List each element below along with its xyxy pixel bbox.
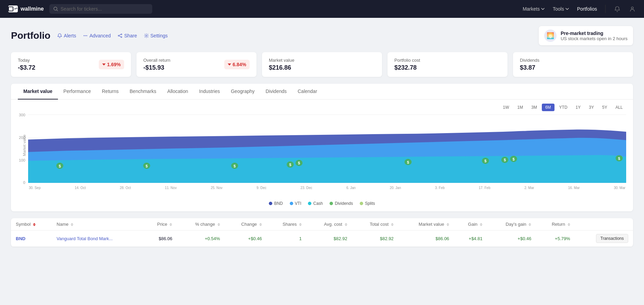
sort-down-icon [71,225,73,226]
x-label: 3. Feb [435,186,444,190]
stat-label: Today [18,58,35,63]
legend-splits: Splits [360,201,375,206]
stat-label: Overall return [143,58,170,63]
stat-badge-today: 1.69% [99,60,124,69]
stat-card-market-value: Market value $216.86 [262,52,382,77]
logo[interactable]: wallmine [8,5,44,12]
sort-down-icon [169,225,172,226]
premarket-banner: 🌅 Pre-market trading US stock markets op… [539,26,633,45]
col-name[interactable]: Name [52,218,143,231]
cell-return: +5.79% [536,231,575,247]
sort-up-icon [33,223,36,224]
tab-dividends[interactable]: Dividends [260,84,292,99]
x-label: 25. Nov [211,186,222,190]
chart-svg-wrap: 300 200 100 0 $ $ $ [28,115,626,183]
chevron-down-icon [541,8,545,10]
time-btn-3y[interactable]: 3Y [585,104,597,111]
tab-returns[interactable]: Returns [96,84,124,99]
sort-down-icon [33,225,36,226]
x-label: 2. Mar [524,186,534,190]
search-bar[interactable] [49,4,152,14]
page-content: Portfolio Alerts Advanced Share Settings… [0,18,644,255]
sort-up-icon [259,223,262,224]
share-link[interactable]: Share [118,33,137,38]
x-label: 17. Feb [479,186,490,190]
data-table-panel: Symbol Name Price [11,218,633,247]
svg-point-9 [146,35,147,36]
stat-card-dividends: Dividends $3.87 [513,52,633,77]
cell-market-value: $86.06 [398,231,454,247]
col-days-gain[interactable]: Day's gain [487,218,536,231]
bell-icon[interactable] [614,5,621,12]
tab-calendar[interactable]: Calendar [292,84,323,99]
tab-industries[interactable]: Industries [194,84,226,99]
svg-text:200: 200 [19,136,25,140]
arrow-down-icon [228,63,231,66]
stat-cards: Today -$3.72 1.69% Overall return -$15.9… [11,52,633,77]
sort-up-icon [391,223,394,224]
x-label: 16. Mar [568,186,580,190]
logo-icon [8,5,18,12]
time-btn-ytd[interactable]: YTD [556,104,571,111]
legend-dot [330,202,333,205]
time-btn-3m[interactable]: 3M [528,104,540,111]
advanced-link[interactable]: Advanced [83,33,111,38]
ticker-link[interactable]: BND [16,236,25,241]
search-input[interactable] [61,6,148,12]
cell-name: Vanguard Total Bond Mark... [52,231,143,247]
time-btn-1m[interactable]: 1M [514,104,527,111]
tab-performance[interactable]: Performance [58,84,96,99]
time-btn-5y[interactable]: 5Y [599,104,611,111]
col-total-cost[interactable]: Total cost [352,218,398,231]
svg-text:$: $ [234,164,236,168]
stat-label: Dividends [520,58,539,63]
col-return[interactable]: Return [536,218,575,231]
settings-link[interactable]: Settings [144,33,168,38]
area-chart-svg: 300 200 100 0 $ $ $ [28,115,626,183]
svg-point-4 [85,35,86,36]
cell-shares: 1 [267,231,307,247]
sort-down-icon [446,225,449,226]
col-gain[interactable]: Gain [454,218,487,231]
svg-point-7 [118,35,119,36]
time-btn-6m[interactable]: 6M [542,104,554,111]
chart-legend: BND VTI Cash Dividends Splits [11,197,633,211]
col-symbol[interactable]: Symbol [11,218,52,231]
time-btn-1y[interactable]: 1Y [572,104,584,111]
time-btn-all[interactable]: ALL [612,104,626,111]
cell-days-gain: +$0.46 [487,231,536,247]
tab-market-value[interactable]: Market value [18,84,58,99]
transactions-button[interactable]: Transactions [596,234,628,243]
sort-up-icon [528,223,531,224]
user-icon[interactable] [629,5,636,12]
tab-benchmarks[interactable]: Benchmarks [124,84,162,99]
legend-dot [290,202,293,205]
time-btn-1w[interactable]: 1W [500,104,513,111]
col-shares[interactable]: Shares [267,218,307,231]
stat-label: Market value [269,58,294,63]
stat-label: Portfolio cost [394,58,420,63]
nav-portfolios[interactable]: Portfolios [577,6,597,12]
name-link[interactable]: Vanguard Total Bond Mark... [57,236,113,241]
col-avg-cost[interactable]: Avg. cost [307,218,352,231]
sort-arrows [217,223,220,226]
col-pct-change[interactable]: % change [177,218,225,231]
nav-tools[interactable]: Tools [553,6,569,12]
svg-point-6 [121,34,122,35]
nav-markets[interactable]: Markets [523,6,545,12]
chart-container: Market value 300 200 100 0 [11,111,633,197]
col-market-value[interactable]: Market value [398,218,454,231]
sort-up-icon [217,223,220,224]
alerts-link[interactable]: Alerts [57,33,76,38]
x-label: 9. Dec [257,186,266,190]
col-actions [575,218,633,231]
cell-change: +$0.46 [225,231,267,247]
tab-geography[interactable]: Geography [225,84,260,99]
col-change[interactable]: Change [225,218,267,231]
col-price[interactable]: Price [143,218,177,231]
sort-arrows [71,223,73,226]
svg-text:0: 0 [23,180,25,184]
cell-symbol: BND [11,231,52,247]
tab-allocation[interactable]: Allocation [162,84,194,99]
legend-dot [269,202,272,205]
